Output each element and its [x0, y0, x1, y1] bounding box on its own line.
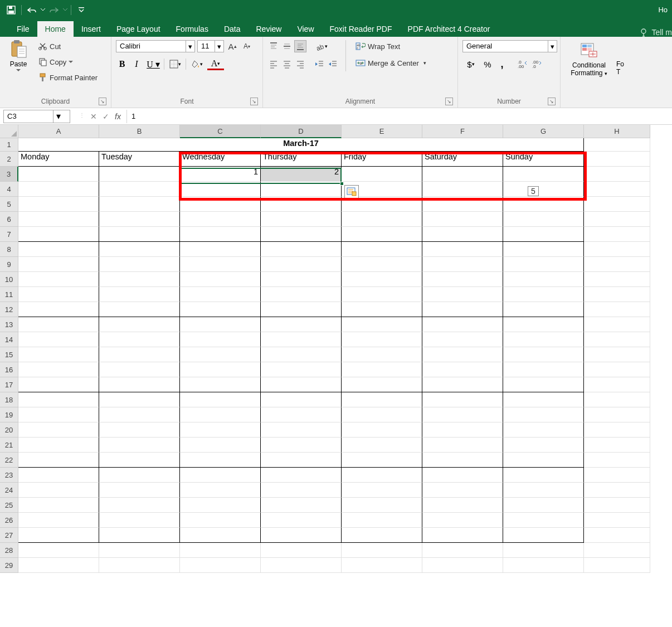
save-icon[interactable] — [3, 2, 19, 18]
cell-E13[interactable] — [342, 317, 422, 332]
autofill-options-button[interactable] — [344, 185, 359, 198]
cell-C6[interactable] — [180, 212, 261, 227]
tab-file[interactable]: File — [9, 21, 37, 37]
cell-F5[interactable] — [422, 197, 503, 212]
row-header-21[interactable]: 21 — [0, 438, 18, 453]
cell-A28[interactable] — [18, 543, 99, 558]
cell-E29[interactable] — [342, 558, 422, 573]
clipboard-launcher[interactable]: ↘ — [99, 98, 106, 105]
cell-F12[interactable] — [422, 302, 503, 317]
cell-C2[interactable]: Wednesday — [180, 152, 261, 167]
cell-B6[interactable] — [99, 212, 180, 227]
cell-B16[interactable] — [99, 362, 180, 377]
cell-H25[interactable] — [584, 498, 650, 513]
percent-button[interactable]: % — [481, 58, 494, 70]
cell-H4[interactable] — [584, 182, 650, 197]
cell-B15[interactable] — [99, 347, 180, 362]
cell-D22[interactable] — [261, 453, 342, 468]
cell-D12[interactable] — [261, 302, 342, 317]
cell-C14[interactable] — [180, 332, 261, 347]
cell-D19[interactable] — [261, 407, 342, 422]
align-middle-icon[interactable] — [281, 40, 293, 52]
cell-D9[interactable] — [261, 257, 342, 272]
cell-A7[interactable] — [18, 227, 99, 242]
cell-F22[interactable] — [422, 453, 503, 468]
cell-B23[interactable] — [99, 468, 180, 483]
cell-A4[interactable] — [18, 182, 99, 197]
cell-C11[interactable] — [180, 287, 261, 302]
cell-D23[interactable] — [261, 468, 342, 483]
column-header-D[interactable]: D — [261, 125, 342, 138]
cell-E28[interactable] — [342, 543, 422, 558]
redo-icon[interactable] — [46, 2, 62, 18]
cell-G16[interactable] — [503, 362, 584, 377]
qat-customize-icon[interactable] — [74, 2, 89, 18]
font-color-button[interactable]: A ▾ — [207, 58, 224, 70]
cell-A21[interactable] — [18, 438, 99, 453]
row-header-24[interactable]: 24 — [0, 483, 18, 498]
row-header-25[interactable]: 25 — [0, 498, 18, 513]
cell-A11[interactable] — [18, 287, 99, 302]
wrap-text-button[interactable]: abc Wrap Text — [353, 40, 429, 52]
format-painter-button[interactable]: Format Painter — [36, 71, 100, 84]
cell-A16[interactable] — [18, 362, 99, 377]
cell-A9[interactable] — [18, 257, 99, 272]
cell-A1[interactable]: March-17 — [18, 138, 584, 152]
increase-indent-icon[interactable] — [327, 58, 339, 70]
align-right-icon[interactable] — [294, 58, 306, 70]
cell-F18[interactable] — [422, 392, 503, 407]
cell-H22[interactable] — [584, 453, 650, 468]
cell-F10[interactable] — [422, 272, 503, 287]
column-header-C[interactable]: C — [180, 125, 261, 138]
cell-G4[interactable] — [503, 182, 584, 197]
row-header-1[interactable]: 1 — [0, 138, 18, 152]
row-header-16[interactable]: 16 — [0, 362, 18, 377]
cell-H3[interactable] — [584, 167, 650, 182]
row-header-9[interactable]: 9 — [0, 257, 18, 272]
cell-C17[interactable] — [180, 377, 261, 392]
cell-B20[interactable] — [99, 422, 180, 438]
cell-E2[interactable]: Friday — [342, 152, 422, 167]
orientation-button[interactable]: ab▾ — [313, 40, 330, 52]
cell-B24[interactable] — [99, 483, 180, 498]
cell-G24[interactable] — [503, 483, 584, 498]
cell-D5[interactable] — [261, 197, 342, 212]
cell-H13[interactable] — [584, 317, 650, 332]
name-box-input[interactable] — [4, 111, 53, 121]
row-header-23[interactable]: 23 — [0, 468, 18, 483]
cell-H29[interactable] — [584, 558, 650, 573]
cell-C5[interactable] — [180, 197, 261, 212]
row-header-26[interactable]: 26 — [0, 513, 18, 528]
cell-F24[interactable] — [422, 483, 503, 498]
cell-A15[interactable] — [18, 347, 99, 362]
cell-C28[interactable] — [180, 543, 261, 558]
cell-G29[interactable] — [503, 558, 584, 573]
cell-B17[interactable] — [99, 377, 180, 392]
undo-dropdown-icon[interactable] — [40, 2, 46, 18]
cell-B10[interactable] — [99, 272, 180, 287]
cell-F4[interactable] — [422, 182, 503, 197]
cell-B12[interactable] — [99, 302, 180, 317]
cell-D8[interactable] — [261, 242, 342, 257]
cancel-formula-icon[interactable]: ✕ — [90, 112, 97, 121]
cell-C29[interactable] — [180, 558, 261, 573]
cell-G26[interactable] — [503, 513, 584, 528]
cell-F21[interactable] — [422, 438, 503, 453]
align-bottom-icon[interactable] — [294, 40, 306, 52]
cell-A8[interactable] — [18, 242, 99, 257]
cell-H11[interactable] — [584, 287, 650, 302]
row-header-29[interactable]: 29 — [0, 558, 18, 573]
cell-G14[interactable] — [503, 332, 584, 347]
column-header-A[interactable]: A — [18, 125, 99, 138]
cell-B8[interactable] — [99, 242, 180, 257]
cell-E20[interactable] — [342, 422, 422, 438]
cell-F27[interactable] — [422, 528, 503, 543]
cell-A24[interactable] — [18, 483, 99, 498]
cut-button[interactable]: Cut — [36, 40, 100, 52]
cell-B22[interactable] — [99, 453, 180, 468]
cell-A12[interactable] — [18, 302, 99, 317]
cell-F13[interactable] — [422, 317, 503, 332]
row-header-22[interactable]: 22 — [0, 453, 18, 468]
row-header-7[interactable]: 7 — [0, 227, 18, 242]
cell-F7[interactable] — [422, 227, 503, 242]
